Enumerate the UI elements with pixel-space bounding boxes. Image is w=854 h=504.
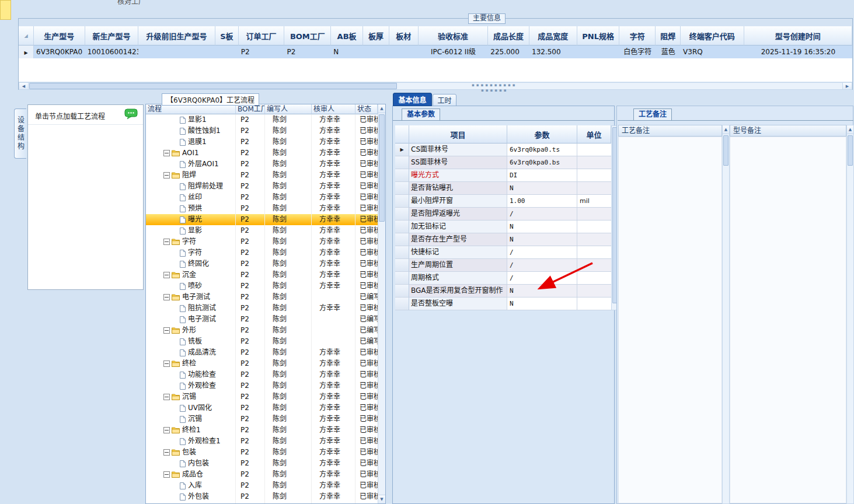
tree-node[interactable]: 外形 bbox=[146, 325, 236, 336]
process-tree-row[interactable]: 预烘 P2 陈剑 方幸幸 已审核 bbox=[146, 203, 378, 214]
collapse-toggle-icon[interactable] bbox=[163, 294, 170, 300]
tree-column-header[interactable]: 状态 bbox=[355, 104, 378, 114]
main-info-cell[interactable] bbox=[215, 46, 239, 58]
param-row[interactable]: SS面菲林号 6v3rq0kpa0.bs bbox=[395, 156, 611, 169]
tree-node[interactable]: 成品仓 bbox=[146, 469, 236, 480]
main-info-column-header[interactable]: 订单工厂 bbox=[239, 26, 285, 46]
main-info-cell[interactable]: 10010600142367 bbox=[85, 46, 139, 58]
param-row[interactable]: 加无铅标记 N bbox=[395, 220, 611, 233]
tree-node[interactable]: 预烘 bbox=[146, 203, 236, 214]
main-info-cell[interactable]: 白色字符 bbox=[619, 46, 656, 58]
param-value-cell[interactable]: / bbox=[507, 246, 577, 259]
tree-node[interactable]: 曝光 bbox=[146, 214, 236, 225]
tree-node[interactable]: 外观检查1 bbox=[146, 436, 236, 447]
tree-node[interactable]: 字符 bbox=[146, 236, 236, 247]
process-tree-row[interactable]: 外观检查 P2 陈剑 方幸幸 已审核 bbox=[146, 380, 378, 391]
process-tree-row[interactable]: 酸性蚀刻1 P2 陈剑 方幸幸 已审核 bbox=[146, 125, 378, 136]
tree-node[interactable]: 外层AOI1 bbox=[146, 159, 236, 170]
process-notes-vscrollbar[interactable]: ▲ bbox=[722, 125, 730, 504]
tree-node[interactable]: 退膜1 bbox=[146, 136, 236, 148]
scroll-up-icon[interactable]: ▲ bbox=[847, 125, 853, 134]
sidebar-tab-equipment-structure[interactable]: 设备结构 bbox=[14, 108, 26, 159]
param-value-cell[interactable]: 6v3rq0kpa0.bs bbox=[507, 156, 577, 169]
tree-node[interactable]: 电子测试 bbox=[146, 292, 236, 303]
main-info-cell[interactable]: 2025-11-19 16:35:20 bbox=[744, 46, 852, 58]
process-tree-row[interactable]: 出库 P2 陈剑 方幸幸 已审核 bbox=[146, 502, 378, 503]
main-info-column-header[interactable]: 升级前旧生产型号 bbox=[138, 26, 215, 46]
main-info-cell[interactable] bbox=[138, 46, 215, 58]
tree-column-header[interactable]: 流程 bbox=[146, 104, 236, 114]
model-notes-vscrollbar[interactable]: ▲ bbox=[846, 125, 854, 504]
main-info-column-header[interactable]: PNL规格 bbox=[577, 26, 620, 46]
tree-node[interactable]: 终检1 bbox=[146, 425, 236, 436]
process-tree-row[interactable]: 字符 P2 陈剑 方幸幸 已审核 bbox=[146, 236, 378, 247]
process-tree-row[interactable]: 铣板 P2 陈剑 已编写 bbox=[146, 336, 378, 347]
tree-node[interactable]: AOI1 bbox=[146, 148, 236, 159]
tree-node[interactable]: 阻焊前处理 bbox=[146, 181, 236, 192]
collapse-toggle-icon[interactable] bbox=[163, 471, 170, 478]
process-tree-row[interactable]: 电子测试 P2 陈剑 已编写 bbox=[146, 292, 378, 303]
collapse-toggle-icon[interactable] bbox=[163, 394, 170, 400]
tree-node[interactable]: 沉锡 bbox=[146, 414, 236, 425]
tree-column-header[interactable]: 核审人 bbox=[312, 104, 355, 114]
param-value-cell[interactable]: DI bbox=[507, 169, 577, 182]
collapse-toggle-icon[interactable] bbox=[163, 449, 170, 456]
main-info-column-header[interactable]: 验收标准 bbox=[419, 26, 489, 46]
process-tree-row[interactable]: 终检1 P2 陈剑 方幸幸 已审核 bbox=[146, 425, 378, 436]
process-notes-content[interactable] bbox=[618, 136, 722, 503]
process-tree-row[interactable]: 阻焊 P2 陈剑 方幸幸 已审核 bbox=[146, 170, 378, 181]
process-tree-row[interactable]: 沉锡 P2 陈剑 方幸幸 已审核 bbox=[146, 391, 378, 402]
main-info-column-header[interactable]: 字符 bbox=[619, 26, 656, 46]
process-tree-row[interactable]: 喷砂 P2 陈剑 方幸幸 已审核 bbox=[146, 281, 378, 292]
main-info-column-header[interactable]: 板厚 bbox=[363, 26, 389, 46]
splitter-grip-icon[interactable]: ▪▪▪▪▪▪▪▪▪▪ bbox=[472, 83, 517, 87]
collapse-toggle-icon[interactable] bbox=[163, 327, 170, 334]
main-info-cell[interactable]: 蓝色 bbox=[656, 46, 681, 58]
splitter-grip2-icon[interactable]: ▪▪▪▪▪▪ bbox=[481, 89, 508, 92]
main-info-column-header[interactable]: 成品宽度 bbox=[529, 26, 577, 46]
tree-node[interactable]: 外观检查 bbox=[146, 380, 236, 391]
main-info-cell[interactable] bbox=[363, 46, 389, 58]
tree-node[interactable]: 沉金 bbox=[146, 270, 236, 281]
param-row[interactable]: 曝光方式 DI bbox=[395, 169, 611, 182]
main-info-hscrollbar[interactable]: ◀ ▶ bbox=[19, 82, 852, 90]
param-value-cell[interactable]: N bbox=[507, 298, 577, 310]
process-tree-row[interactable]: 外包装 P2 陈剑 方幸幸 已审核 bbox=[146, 491, 378, 502]
main-info-column-header[interactable]: 成品长度 bbox=[488, 26, 529, 46]
tree-node[interactable]: 字符 bbox=[146, 247, 236, 258]
param-row[interactable]: CS面菲林号 6v3rq0kpa0.ts bbox=[395, 144, 611, 156]
process-tree-row[interactable]: 阻焊前处理 P2 陈剑 方幸幸 已审核 bbox=[146, 181, 378, 192]
notes-vscrollbar-thumb[interactable] bbox=[723, 135, 728, 166]
tab-working-hours[interactable]: 工时 bbox=[433, 94, 456, 106]
tree-node[interactable]: UV固化 bbox=[146, 402, 236, 414]
process-tree-row[interactable]: 成品清洗 P2 陈剑 方幸幸 已审核 bbox=[146, 347, 378, 358]
main-info-column-header[interactable]: AB板 bbox=[331, 26, 363, 46]
tree-node[interactable]: 内包装 bbox=[146, 458, 236, 469]
scroll-up-icon[interactable]: ▲ bbox=[723, 125, 729, 134]
process-tree-row[interactable]: AOI1 P2 陈剑 方幸幸 已审核 bbox=[146, 148, 378, 159]
main-info-cell[interactable]: 225.000 bbox=[488, 46, 529, 58]
main-info-cell[interactable]: IPC-6012 II级 bbox=[419, 46, 489, 58]
param-value-cell[interactable]: / bbox=[507, 208, 577, 220]
collapse-toggle-icon[interactable] bbox=[163, 239, 170, 245]
process-tree-row[interactable]: 包装 P2 陈剑 方幸幸 已审核 bbox=[146, 447, 378, 458]
main-info-cell[interactable] bbox=[577, 46, 620, 58]
param-value-cell[interactable]: 1.00 bbox=[507, 195, 577, 208]
hscrollbar-track[interactable] bbox=[398, 83, 842, 89]
tab-process-notes[interactable]: 工艺备注 bbox=[633, 108, 672, 121]
tree-vscrollbar[interactable]: ▲ ▼ bbox=[378, 104, 385, 503]
process-tree-row[interactable]: 成品仓 P2 陈剑 方幸幸 已审核 bbox=[146, 469, 378, 480]
tree-node[interactable]: 外包装 bbox=[146, 491, 236, 502]
hscrollbar-thumb[interactable] bbox=[29, 83, 397, 89]
main-info-column-header[interactable]: BOM工厂 bbox=[284, 26, 331, 46]
param-row[interactable]: 快捷标记 / bbox=[395, 246, 611, 259]
row-marker-header[interactable] bbox=[19, 26, 34, 46]
main-info-cell[interactable]: N bbox=[331, 46, 363, 58]
collapse-toggle-icon[interactable] bbox=[163, 150, 170, 156]
param-row[interactable]: 最小阻焊开窗 1.00 mil bbox=[395, 195, 611, 208]
main-info-column-header[interactable]: 阻焊 bbox=[656, 26, 681, 46]
param-value-cell[interactable]: N bbox=[507, 182, 577, 195]
subtab-basic-params[interactable]: 基本参数 bbox=[402, 108, 440, 121]
param-column-header[interactable]: 项目 bbox=[409, 125, 507, 144]
scroll-down-icon[interactable]: ▼ bbox=[378, 495, 385, 503]
